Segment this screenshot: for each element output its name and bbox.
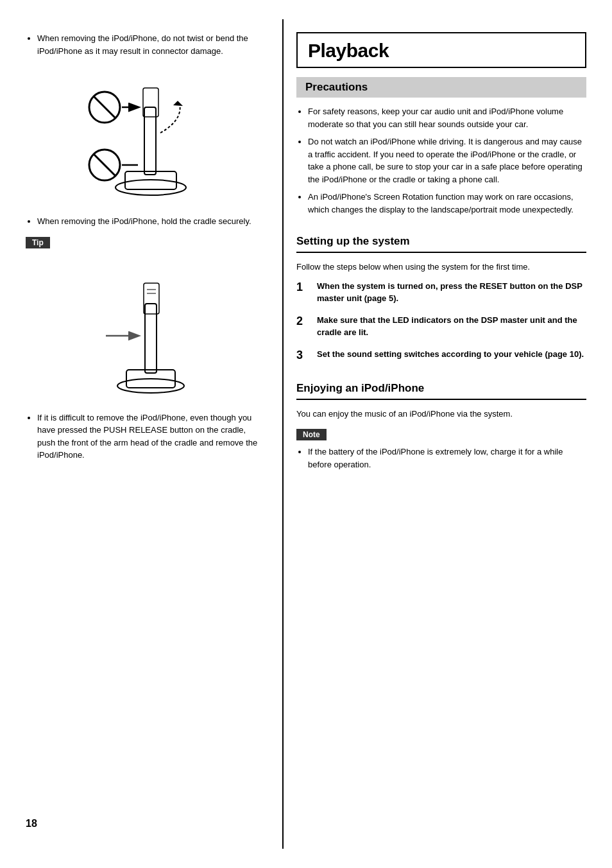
left-column: When removing the iPod/iPhone, do not tw… bbox=[0, 19, 282, 849]
list-item: If it is difficult to remove the iPod/iP… bbox=[37, 412, 263, 462]
precautions-section: Precautions For safety reasons, keep you… bbox=[296, 77, 586, 216]
main-title: Playback bbox=[298, 33, 585, 67]
step-2-text: Make sure that the LED indicators on the… bbox=[317, 314, 586, 339]
page-number: 18 bbox=[26, 818, 37, 829]
enjoying-title: Enjoying an iPod/iPhone bbox=[296, 382, 586, 395]
step-2-number: 2 bbox=[296, 314, 312, 329]
step-1: 1 When the system is turned on, press th… bbox=[296, 280, 586, 305]
step-1-text: When the system is turned on, press the … bbox=[317, 280, 586, 305]
hold-bullet: When removing the iPod/iPhone, hold the … bbox=[26, 215, 263, 228]
list-item: If the battery of the iPod/iPhone is ext… bbox=[308, 446, 586, 471]
step-3-text: Set the sound setting switches according… bbox=[317, 348, 586, 361]
step-3-number: 3 bbox=[296, 348, 312, 363]
main-title-box: Playback bbox=[296, 32, 586, 68]
cradle-illustration-1 bbox=[26, 69, 263, 204]
svg-line-8 bbox=[94, 154, 115, 176]
precautions-title: Precautions bbox=[305, 81, 577, 94]
precautions-list: For safety reasons, keep your car audio … bbox=[296, 105, 586, 216]
list-item: Do not watch an iPod/iPhone while drivin… bbox=[308, 135, 586, 186]
step-1-number: 1 bbox=[296, 280, 312, 295]
svg-marker-10 bbox=[173, 101, 183, 106]
tip-badge: Tip bbox=[26, 237, 50, 248]
cradle-svg-1 bbox=[80, 69, 208, 204]
page: When removing the iPod/iPhone, do not tw… bbox=[0, 0, 612, 868]
top-bullets: When removing the iPod/iPhone, do not tw… bbox=[26, 32, 263, 57]
setting-up-intro: Follow the steps below when using the sy… bbox=[296, 261, 586, 273]
note-list: If the battery of the iPod/iPhone is ext… bbox=[296, 446, 586, 471]
list-item: For safety reasons, keep your car audio … bbox=[308, 105, 586, 130]
setting-up-section: Setting up the system Follow the steps b… bbox=[296, 231, 586, 363]
difficult-bullet: If it is difficult to remove the iPod/iP… bbox=[26, 412, 263, 462]
precautions-header: Precautions bbox=[296, 77, 586, 98]
enjoying-header: Enjoying an iPod/iPhone bbox=[296, 378, 586, 400]
note-section: Note If the battery of the iPod/iPhone i… bbox=[296, 429, 586, 471]
enjoying-section: Enjoying an iPod/iPhone You can enjoy th… bbox=[296, 378, 586, 471]
svg-point-0 bbox=[115, 180, 186, 195]
cradle-illustration-2 bbox=[26, 265, 263, 400]
cradle-svg-2 bbox=[87, 265, 202, 400]
right-column: Playback Precautions For safety reasons,… bbox=[282, 19, 612, 849]
enjoying-intro: You can enjoy the music of an iPod/iPhon… bbox=[296, 408, 586, 421]
list-item: An iPod/iPhone's Screen Rotation functio… bbox=[308, 191, 586, 216]
note-badge: Note bbox=[296, 429, 327, 440]
svg-line-5 bbox=[94, 96, 115, 118]
tip-section: Tip bbox=[26, 237, 263, 254]
step-2: 2 Make sure that the LED indicators on t… bbox=[296, 314, 586, 339]
list-item: When removing the iPod/iPhone, do not tw… bbox=[37, 32, 263, 57]
setting-up-title: Setting up the system bbox=[296, 235, 586, 248]
step-3: 3 Set the sound setting switches accordi… bbox=[296, 348, 586, 363]
setting-up-header: Setting up the system bbox=[296, 231, 586, 253]
list-item: When removing the iPod/iPhone, hold the … bbox=[37, 215, 263, 228]
svg-point-11 bbox=[117, 379, 184, 393]
